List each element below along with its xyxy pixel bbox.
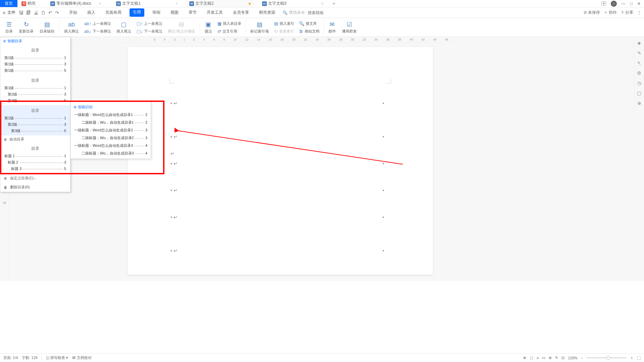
spell-check-button[interactable]: ◫ 拼写检查 ▾: [46, 355, 68, 360]
menu-tab-member[interactable]: 会员专享: [231, 8, 251, 17]
view-mode-icon[interactable]: ⊕: [549, 356, 552, 360]
close-icon[interactable]: ×: [176, 1, 178, 6]
cross-ref-button[interactable]: ⇄交叉引用: [215, 28, 243, 35]
insert-figtable-button[interactable]: ▦插入表目录: [215, 20, 243, 27]
page-indicator[interactable]: 页面: 1/4: [3, 355, 18, 360]
custom-toc-button[interactable]: 🗎自定义目录(C)...: [0, 174, 70, 183]
caption-button[interactable]: ▣题注: [202, 20, 215, 35]
search-icon[interactable]: 🔍: [283, 10, 288, 15]
notification-badge[interactable]: 4: [601, 1, 606, 6]
view-mode-icon[interactable]: ✎: [555, 356, 558, 360]
document-tab-0[interactable]: W 零分猫脚本(4).docx ×: [46, 0, 105, 7]
flyout-item[interactable]: 二级标题：Wo... 自动生成目录12: [71, 119, 151, 126]
eye-icon[interactable]: 👁: [523, 356, 527, 360]
search-input[interactable]: [308, 10, 335, 15]
paragraph-mark-icon: ↵: [170, 151, 175, 156]
next-endnote-button[interactable]: ▢↓下一条尾注: [135, 28, 165, 35]
zoom-in-button[interactable]: ＋: [630, 355, 634, 360]
clock-icon[interactable]: ◷: [637, 80, 641, 86]
print-preview-icon[interactable]: 🗐: [26, 10, 31, 15]
prev-endnote-button[interactable]: ▢↑上一条尾注: [135, 20, 165, 27]
menu-tab-devtools[interactable]: 开发工具: [205, 8, 225, 17]
zoom-value[interactable]: 120%: [568, 356, 577, 360]
view-mode-icon[interactable]: ▢: [530, 356, 533, 360]
menu-tab-layout[interactable]: 页面布局: [103, 8, 123, 17]
proof-button[interactable]: 🗹 文档校对: [72, 355, 92, 360]
flyout-item[interactable]: 一级标题：Word怎么自动生成目录23: [71, 126, 151, 134]
next-footnote-button[interactable]: ab↓下一条脚注: [82, 28, 113, 35]
preview-icon[interactable]: 🗋: [41, 10, 46, 15]
undo-icon[interactable]: ↶: [48, 10, 52, 15]
menu-tab-start[interactable]: 开始: [67, 8, 79, 17]
flyout-item[interactable]: 一级标题：Word怎么自动生成目录34: [71, 142, 151, 149]
zoom-slider[interactable]: [586, 357, 627, 358]
menu-tab-daoke[interactable]: 稻壳资源: [257, 8, 277, 17]
view-mode-icon[interactable]: ▭: [542, 356, 545, 360]
tab-home[interactable]: 首页: [0, 0, 17, 7]
pencil-icon[interactable]: ✎: [637, 50, 641, 56]
insert-endnote-button[interactable]: ▢插入尾注: [114, 20, 134, 35]
close-icon[interactable]: ×: [99, 1, 101, 6]
tab-app-daoke[interactable]: 稻 稻壳: [17, 0, 40, 7]
word-count[interactable]: 字数: 129: [22, 355, 37, 360]
fit-icon[interactable]: ⊡: [561, 356, 564, 360]
view-mode-icon[interactable]: ≡: [537, 356, 539, 360]
maximize-button[interactable]: □: [630, 1, 633, 6]
toc-template-2[interactable]: 目录 第1级1 第2级3 第2级5: [0, 75, 70, 105]
coop-button[interactable]: ⚬ 协作: [604, 10, 616, 15]
toc-template-3[interactable]: 目录 第1级1 第2级3 第3级5: [0, 105, 70, 135]
menu-tab-insert[interactable]: 插入: [85, 8, 97, 17]
similar-doc-button[interactable]: 🗎相似文档: [297, 28, 321, 35]
footnote-icon: ab: [68, 21, 75, 28]
box-icon[interactable]: ▢: [637, 90, 641, 96]
mark-index-button[interactable]: ▤标记索引项: [248, 20, 271, 35]
flyout-item[interactable]: 一级标题：Word怎么自动生成目录12: [71, 111, 151, 119]
menu-tab-section[interactable]: 章节: [187, 8, 199, 17]
insert-index-button[interactable]: ▤插入索引: [272, 20, 296, 27]
search-lib-button[interactable]: 🔍搜文库: [297, 20, 321, 27]
delete-toc-button[interactable]: 🗑删除目录(R): [0, 183, 70, 192]
zoom-out-button[interactable]: −: [581, 356, 583, 360]
share-button[interactable]: ⇪ 分享: [621, 10, 633, 15]
flyout-header: ⊚智能识别: [71, 103, 151, 111]
unsaved-dot-icon: [249, 3, 251, 5]
close-window-button[interactable]: ✕: [637, 1, 641, 6]
print-icon[interactable]: 🖨: [34, 10, 38, 15]
toc-template-1[interactable]: 目录 第1级1 第1级3 第1级5: [0, 45, 70, 75]
menu-tab-view[interactable]: 视图: [168, 8, 181, 17]
auto-toc-label: 🗎自动目录: [0, 135, 70, 143]
document-tab-3[interactable]: W 文字文稿3 ×: [258, 0, 328, 7]
update-toc-button[interactable]: ↻更新目录: [16, 20, 36, 35]
toc-title: 目录: [0, 46, 70, 55]
save-icon[interactable]: 🖫: [19, 10, 23, 15]
flyout-item[interactable]: 二级标题：Wo... 自动生成目录23: [71, 134, 151, 142]
mail-button[interactable]: ✉邮件: [326, 20, 339, 35]
separator-line-button[interactable]: ⊟脚注/尾注分隔线: [165, 20, 197, 35]
fullscreen-icon[interactable]: ⛶: [637, 356, 641, 360]
group-send-button[interactable]: ☑通用群发: [339, 20, 359, 35]
file-menu[interactable]: 文件: [7, 10, 15, 15]
more-icon[interactable]: ⋮: [637, 10, 641, 15]
globe-icon[interactable]: ⊕: [637, 101, 641, 106]
diamond-icon[interactable]: ◈: [637, 40, 641, 46]
document-tab-2[interactable]: W 文字文稿2: [185, 0, 255, 7]
avatar[interactable]: [611, 1, 617, 7]
prev-footnote-button[interactable]: ab↑上一条脚注: [82, 20, 113, 27]
document-tab-1[interactable]: W 文字文稿1 ×: [112, 0, 182, 7]
menu-tab-reference[interactable]: 引用: [130, 8, 144, 17]
flyout-item[interactable]: 二级标题：Wo... 自动生成目录34: [71, 149, 151, 157]
toc-level-button[interactable]: ▤目录级别: [37, 20, 57, 35]
minimize-button[interactable]: —: [622, 1, 626, 6]
settings-icon[interactable]: ⚙: [637, 70, 641, 76]
toc-button[interactable]: ☰目录: [3, 20, 15, 35]
close-icon[interactable]: ×: [321, 1, 324, 6]
hamburger-icon[interactable]: ≡: [3, 10, 5, 15]
page[interactable]: • ↵ • • ↵ • ↵ • ↵ • • ↵ • • ↵ • • ↵ •: [128, 47, 433, 275]
redo-icon[interactable]: ↷: [55, 10, 59, 15]
menu-tab-review[interactable]: 审阅: [150, 8, 162, 17]
toc-template-4[interactable]: 目录 标题 11 标题 23 标题 35: [0, 143, 70, 173]
margin-mark-icon: [169, 79, 174, 83]
add-tab-button[interactable]: ＋: [332, 1, 336, 7]
cursor-icon[interactable]: ↖: [637, 60, 641, 66]
insert-footnote-button[interactable]: ab插入脚注: [61, 20, 82, 35]
